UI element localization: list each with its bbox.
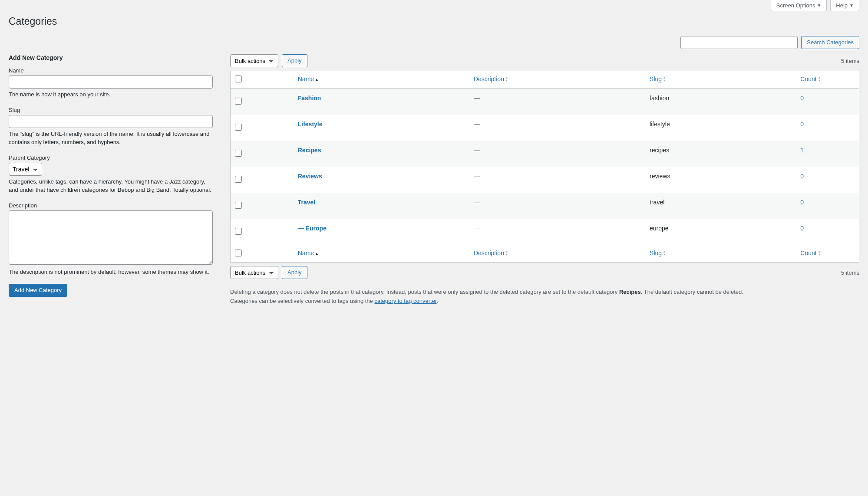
category-description: — xyxy=(469,89,645,115)
bulk-actions-select-top[interactable]: Bulk actions xyxy=(230,54,278,67)
search-input[interactable] xyxy=(680,36,798,49)
table-row: Reviews—reviews0 xyxy=(231,167,859,193)
category-count-link[interactable]: 1 xyxy=(800,147,804,154)
category-count-link[interactable]: 0 xyxy=(800,225,804,232)
category-link[interactable]: — Europe xyxy=(298,225,327,232)
categories-table: Name ▴ Description ▴▾ Slug ▴▾ Count ▴▾ F… xyxy=(230,71,859,263)
slug-help: The “slug” is the URL-friendly version o… xyxy=(9,130,213,147)
table-row: Fashion—fashion0 xyxy=(231,89,859,115)
items-count-bottom: 5 items xyxy=(841,269,859,276)
row-checkbox[interactable] xyxy=(235,202,242,209)
category-slug: fashion xyxy=(645,89,796,115)
row-checkbox[interactable] xyxy=(235,124,242,131)
row-checkbox[interactable] xyxy=(235,150,242,157)
category-link[interactable]: Lifestyle xyxy=(298,121,323,128)
category-slug: europe xyxy=(645,219,796,245)
category-description: — xyxy=(469,141,645,167)
col-name-sort[interactable]: Name ▴ xyxy=(298,76,318,82)
col-name-sort-foot[interactable]: Name ▴ xyxy=(298,250,318,256)
sort-icon: ▴▾ xyxy=(506,250,508,256)
table-row: Travel—travel0 xyxy=(231,193,859,219)
category-count-link[interactable]: 0 xyxy=(800,173,804,180)
category-count-link[interactable]: 0 xyxy=(800,121,804,128)
select-all-top[interactable] xyxy=(235,76,242,82)
parent-select[interactable]: Travel xyxy=(9,163,42,176)
sort-asc-icon: ▴ xyxy=(316,77,318,82)
col-count-sort-foot[interactable]: Count ▴▾ xyxy=(800,250,820,256)
sort-icon: ▴▾ xyxy=(506,76,508,82)
apply-button-top[interactable]: Apply xyxy=(282,54,307,67)
col-slug-sort[interactable]: Slug ▴▾ xyxy=(650,76,665,82)
category-slug: recipes xyxy=(645,141,796,167)
slug-label: Slug xyxy=(9,107,213,113)
category-slug: travel xyxy=(645,193,796,219)
col-slug-sort-foot[interactable]: Slug ▴▾ xyxy=(650,250,665,256)
sort-icon: ▴▾ xyxy=(818,250,820,256)
category-link[interactable]: Reviews xyxy=(298,173,322,180)
delete-note: Deleting a category does not delete the … xyxy=(230,288,859,297)
description-textarea[interactable] xyxy=(9,210,213,265)
row-checkbox[interactable] xyxy=(235,176,242,183)
submit-button[interactable]: Add New Category xyxy=(9,284,67,297)
row-checkbox[interactable] xyxy=(235,98,242,105)
row-checkbox[interactable] xyxy=(235,228,242,235)
category-link[interactable]: Travel xyxy=(298,199,315,206)
category-description: — xyxy=(469,115,645,141)
description-label: Description xyxy=(9,202,213,209)
sort-icon: ▴▾ xyxy=(663,76,665,82)
col-description-sort[interactable]: Description ▴▾ xyxy=(474,76,508,82)
help-button[interactable]: Help ▼ xyxy=(830,0,859,11)
search-button[interactable]: Search Categories xyxy=(801,36,859,49)
convert-note: Categories can be selectively converted … xyxy=(230,297,859,306)
chevron-down-icon: ▼ xyxy=(849,3,854,8)
slug-input[interactable] xyxy=(9,115,213,128)
bulk-actions-select-bottom[interactable]: Bulk actions xyxy=(230,266,278,279)
category-count-link[interactable]: 0 xyxy=(800,199,804,206)
table-row: Recipes—recipes1 xyxy=(231,141,859,167)
apply-button-bottom[interactable]: Apply xyxy=(282,266,307,279)
select-all-bottom[interactable] xyxy=(235,250,242,256)
sort-icon: ▴▾ xyxy=(818,76,820,82)
description-help: The description is not prominent by defa… xyxy=(9,268,213,276)
page-title: Categories xyxy=(9,16,859,27)
sort-asc-icon: ▴ xyxy=(316,251,318,256)
help-label: Help xyxy=(836,2,848,9)
category-description: — xyxy=(469,219,645,245)
screen-options-label: Screen Options xyxy=(776,2,815,9)
screen-options-button[interactable]: Screen Options ▼ xyxy=(771,0,827,11)
chevron-down-icon: ▼ xyxy=(817,3,821,8)
category-slug: reviews xyxy=(645,167,796,193)
sort-icon: ▴▾ xyxy=(663,250,665,256)
form-heading: Add New Category xyxy=(9,54,213,61)
name-help: The name is how it appears on your site. xyxy=(9,90,213,99)
category-description: — xyxy=(469,193,645,219)
col-count-sort[interactable]: Count ▴▾ xyxy=(800,76,820,82)
name-input[interactable] xyxy=(9,76,213,89)
category-link[interactable]: Fashion xyxy=(298,95,321,102)
col-description-sort-foot[interactable]: Description ▴▾ xyxy=(474,250,508,256)
table-row: Lifestyle—lifestyle0 xyxy=(231,115,859,141)
parent-label: Parent Category xyxy=(9,154,213,161)
table-row: — Europe—europe0 xyxy=(231,219,859,245)
items-count-top: 5 items xyxy=(841,58,859,64)
category-count-link[interactable]: 0 xyxy=(800,95,804,102)
category-description: — xyxy=(469,167,645,193)
category-link[interactable]: Recipes xyxy=(298,147,321,154)
name-label: Name xyxy=(9,67,213,74)
parent-help: Categories, unlike tags, can have a hier… xyxy=(9,177,213,194)
convert-link[interactable]: category to tag converter xyxy=(374,298,436,304)
category-slug: lifestyle xyxy=(645,115,796,141)
